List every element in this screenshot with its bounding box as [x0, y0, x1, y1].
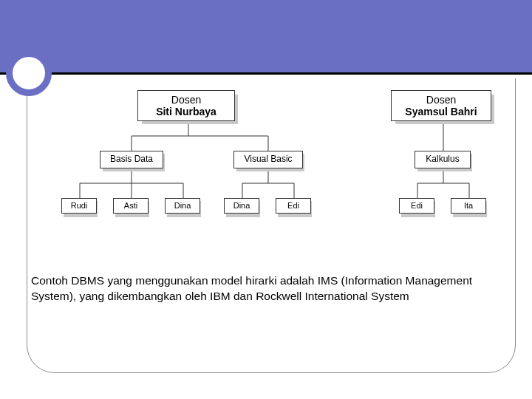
header-divider [0, 72, 532, 75]
leaf-node: Asti [113, 198, 149, 214]
root-node-2: Dosen Syamsul Bahri [391, 90, 491, 121]
leaf-label: Edi [287, 201, 299, 210]
mid-label: Kalkulus [426, 154, 459, 164]
leaf-node: Dina [165, 198, 200, 214]
leaf-node: Edi [399, 198, 434, 214]
leaf-label: Rudi [71, 201, 88, 210]
root-line2: Siti Nurbaya [156, 106, 216, 117]
leaf-label: Dina [174, 201, 191, 210]
mid-node-3: Kalkulus [415, 151, 471, 168]
root-node-1: Dosen Siti Nurbaya [137, 90, 235, 121]
mid-node-2: Visual Basic [233, 151, 303, 168]
leaf-node: Dina [224, 198, 259, 214]
root-line2: Syamsul Bahri [405, 106, 477, 117]
mid-label: Visual Basic [244, 154, 292, 164]
header-band [0, 0, 532, 72]
leaf-node: Ita [451, 198, 486, 214]
root-line1: Dosen [426, 94, 456, 106]
leaf-label: Asti [124, 201, 137, 210]
mid-label: Basis Data [110, 154, 153, 164]
caption-text: Contoh DBMS yang menggunakan model hirar… [31, 273, 513, 304]
leaf-node: Edi [276, 198, 311, 214]
leaf-label: Edi [411, 201, 423, 210]
leaf-node: Rudi [61, 198, 97, 214]
root-line1: Dosen [171, 94, 201, 106]
mid-node-1: Basis Data [100, 151, 163, 168]
leaf-label: Dina [233, 201, 250, 210]
leaf-label: Ita [464, 201, 473, 210]
